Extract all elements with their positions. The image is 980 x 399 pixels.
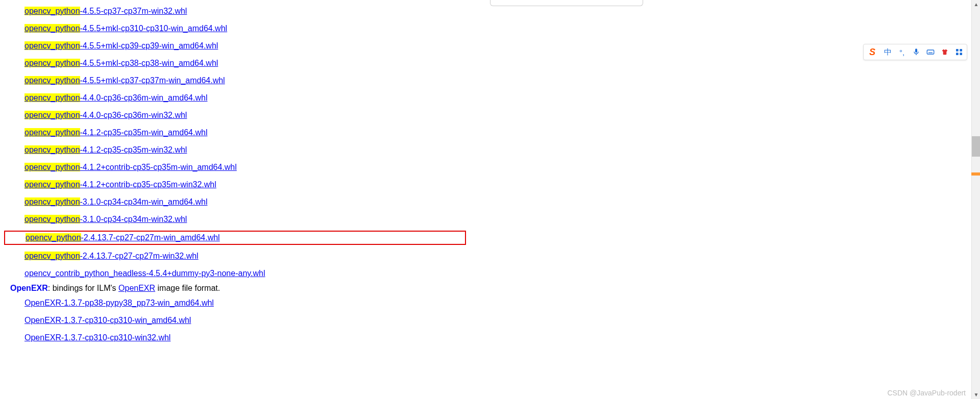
link-suffix: -4.1.2-cp35-cp35m-win_amd64.whl [80, 128, 208, 137]
list-item: opencv_python-3.1.0-cp34-cp34m-win_amd64… [24, 195, 980, 209]
highlight-match: opencv_python [24, 128, 80, 137]
list-item: opencv_python-4.5.5-cp37-cp37m-win32.whl [24, 4, 980, 18]
highlight-match: opencv_python [24, 215, 80, 223]
link-suffix: -4.5.5+mkl-cp310-cp310-win_amd64.whl [80, 24, 228, 33]
svg-rect-0 [927, 50, 934, 54]
list-item: opencv_python-4.5.5+mkl-cp39-cp39-win_am… [24, 39, 980, 53]
sogou-logo-icon: S [867, 46, 878, 58]
link-suffix: -4.5.5+mkl-cp38-cp38-win_amd64.whl [80, 59, 218, 67]
watermark: CSDN @JavaPub-rodert [888, 389, 966, 397]
svg-rect-2 [960, 49, 962, 52]
highlight-match: opencv_python [24, 163, 80, 171]
list-item: opencv_python-4.5.5+mkl-cp37-cp37m-win_a… [24, 73, 980, 88]
download-link[interactable]: opencv_python-4.1.2+contrib-cp35-cp35m-w… [24, 180, 216, 189]
ime-punct-icon[interactable]: °, [897, 47, 906, 57]
scroll-track[interactable] [972, 9, 980, 390]
svg-rect-4 [960, 53, 962, 55]
list-item: OpenEXR-1.3.7-pp38-pypy38_pp73-win_amd64… [24, 296, 980, 310]
scroll-find-marker [971, 172, 980, 176]
annotation-box: opencv_python-2.4.13.7-cp27-cp27m-win_am… [4, 231, 466, 245]
section-title-link[interactable]: OpenEXR [10, 284, 48, 292]
download-link[interactable]: opencv_python-4.4.0-cp36-cp36m-win32.whl [24, 111, 187, 119]
list-item: opencv_python-4.4.0-cp36-cp36m-win_amd64… [24, 91, 980, 105]
list-item: OpenEXR-1.3.7-cp310-cp310-win_amd64.whl [24, 313, 980, 328]
highlight-match: opencv_python [24, 93, 80, 102]
download-link[interactable]: opencv_python-2.4.13.7-cp27-cp27m-win32.… [24, 252, 199, 260]
download-link[interactable]: opencv_python-3.1.0-cp34-cp34m-win_amd64… [24, 197, 207, 206]
list-item: opencv_python-2.4.13.7-cp27-cp27m-win_am… [24, 230, 980, 246]
link-suffix: -2.4.13.7-cp27-cp27m-win_amd64.whl [81, 233, 220, 242]
download-link[interactable]: opencv_python-4.1.2-cp35-cp35m-win32.whl [24, 145, 187, 154]
download-link[interactable]: opencv_python-4.5.5+mkl-cp38-cp38-win_am… [24, 59, 218, 67]
list-item: opencv_python-4.5.5+mkl-cp310-cp310-win_… [24, 21, 980, 36]
highlight-match: opencv_python [24, 145, 80, 154]
download-link[interactable]: opencv_python-4.4.0-cp36-cp36m-win_amd64… [24, 93, 207, 102]
download-link[interactable]: opencv_python-3.1.0-cp34-cp34m-win32.whl [24, 215, 187, 223]
link-suffix: -4.4.0-cp36-cp36m-win_amd64.whl [80, 93, 208, 102]
download-link[interactable]: opencv_python-4.5.5-cp37-cp37m-win32.whl [24, 7, 187, 15]
scroll-up-button[interactable]: ▲ [972, 0, 980, 9]
highlight-match: opencv_python [24, 7, 80, 15]
link-suffix: -4.5.5+mkl-cp39-cp39-win_amd64.whl [80, 41, 218, 50]
scrollbar: ▲ ▼ [971, 0, 980, 399]
download-link[interactable]: opencv_python-4.5.5+mkl-cp310-cp310-win_… [24, 24, 227, 33]
link-suffix: -4.5.5+mkl-cp37-cp37m-win_amd64.whl [80, 76, 225, 85]
list-item: opencv_python-4.1.2+contrib-cp35-cp35m-w… [24, 178, 980, 192]
grid-icon[interactable] [954, 47, 964, 57]
section-header: OpenEXR: bindings for ILM's OpenEXR imag… [10, 284, 980, 293]
microphone-icon[interactable] [912, 47, 921, 57]
list-item: opencv_python-4.4.0-cp36-cp36m-win32.whl [24, 108, 980, 122]
download-link[interactable]: opencv_python-4.1.2-cp35-cp35m-win_amd64… [24, 128, 207, 137]
list-item: opencv_python-4.5.5+mkl-cp38-cp38-win_am… [24, 56, 980, 70]
download-link[interactable]: OpenEXR-1.3.7-cp310-cp310-win32.whl [24, 333, 170, 342]
svg-rect-3 [956, 53, 959, 55]
download-link[interactable]: opencv_contrib_python_headless-4.5.4+dum… [24, 269, 265, 278]
link-suffix: -4.1.2+contrib-cp35-cp35m-win_amd64.whl [80, 163, 237, 171]
list-item: opencv_python-2.4.13.7-cp27-cp27m-win32.… [24, 249, 980, 263]
highlight-match: opencv_python [24, 111, 80, 119]
scroll-thumb[interactable] [972, 136, 980, 157]
dropdown-stub [490, 0, 643, 6]
section-desc-text: image file format. [155, 284, 220, 292]
highlight-match: opencv_python [24, 41, 80, 50]
list-item: opencv_python-4.1.2+contrib-cp35-cp35m-w… [24, 160, 980, 174]
link-suffix: -2.4.13.7-cp27-cp27m-win32.whl [80, 252, 199, 260]
link-suffix: -4.4.0-cp36-cp36m-win32.whl [80, 111, 187, 119]
inline-link[interactable]: OpenEXR [118, 284, 155, 292]
list-item: opencv_python-4.1.2-cp35-cp35m-win32.whl [24, 143, 980, 157]
download-link[interactable]: OpenEXR-1.3.7-pp38-pypy38_pp73-win_amd64… [24, 298, 214, 307]
scroll-down-button[interactable]: ▼ [972, 390, 980, 399]
highlight-match: opencv_python [24, 180, 80, 189]
download-link[interactable]: opencv_python-4.5.5+mkl-cp39-cp39-win_am… [24, 41, 218, 50]
section-desc-text: : bindings for ILM's [48, 284, 118, 292]
highlight-match: opencv_python [24, 59, 80, 67]
link-suffix: -4.1.2-cp35-cp35m-win32.whl [80, 145, 187, 154]
download-link[interactable]: opencv_python-4.5.5+mkl-cp37-cp37m-win_a… [24, 76, 225, 85]
highlight-match: opencv_python [24, 252, 80, 260]
list-item: opencv_python-4.1.2-cp35-cp35m-win_amd64… [24, 126, 980, 140]
highlight-match: opencv_python [26, 233, 81, 242]
skin-icon[interactable] [940, 47, 949, 57]
download-link[interactable]: OpenEXR-1.3.7-cp310-cp310-win_amd64.whl [24, 316, 191, 325]
list-item: OpenEXR-1.3.7-cp310-cp310-win32.whl [24, 331, 980, 345]
link-suffix: -3.1.0-cp34-cp34m-win32.whl [80, 215, 187, 223]
keyboard-icon[interactable] [926, 47, 935, 57]
download-link[interactable]: opencv_python-4.1.2+contrib-cp35-cp35m-w… [24, 163, 237, 171]
highlight-match: opencv_python [24, 76, 80, 85]
ime-toolbar: S 中 °, [863, 44, 967, 60]
svg-rect-1 [956, 49, 959, 52]
ime-lang-toggle[interactable]: 中 [883, 47, 892, 57]
link-suffix: -4.1.2+contrib-cp35-cp35m-win32.whl [80, 180, 216, 189]
highlight-match: opencv_python [24, 197, 80, 206]
link-suffix: -4.5.5-cp37-cp37m-win32.whl [80, 7, 187, 15]
list-item: opencv_contrib_python_headless-4.5.4+dum… [24, 266, 980, 281]
file-list: opencv_python-4.5.5-cp37-cp37m-win32.whl… [0, 0, 980, 345]
highlight-match: opencv_python [24, 24, 80, 33]
list-item: opencv_python-3.1.0-cp34-cp34m-win32.whl [24, 212, 980, 227]
link-suffix: -3.1.0-cp34-cp34m-win_amd64.whl [80, 197, 208, 206]
download-link[interactable]: opencv_python-2.4.13.7-cp27-cp27m-win_am… [26, 233, 220, 242]
